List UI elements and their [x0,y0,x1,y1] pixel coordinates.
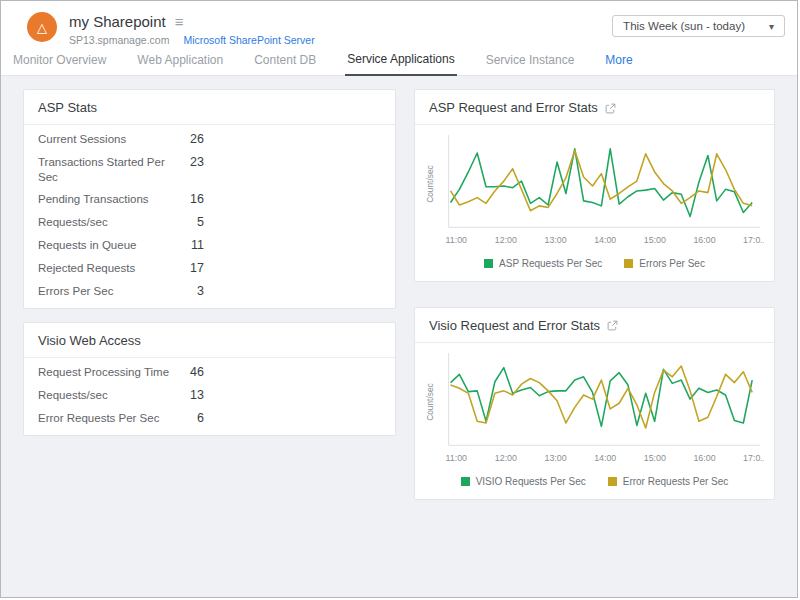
stat-value: 23 [170,155,204,170]
svg-text:17:0..: 17:0.. [743,453,764,463]
svg-text:14:00: 14:00 [594,453,616,463]
svg-text:15:00: 15:00 [644,453,666,463]
stat-row: Rejected Requests 17 [24,257,395,280]
stat-label: Requests in Queue [38,238,170,253]
legend-swatch [608,477,617,486]
tab-content-db[interactable]: Content DB [252,53,318,75]
stat-label: Current Sessions [38,132,170,147]
chart-legend: VISIO Requests Per SecError Requests Per… [415,473,774,499]
right-column: ASP Request and Error Stats Count/sec11:… [414,89,775,598]
legend-item[interactable]: ASP Requests Per Sec [484,258,602,269]
page-title: my Sharepoint [69,13,166,30]
app-window: my Sharepoint SP13.spmanage.com Microsof… [0,0,798,598]
panel-title: ASP Stats [24,90,395,125]
stat-value: 17 [170,261,204,276]
svg-text:13:00: 13:00 [544,235,566,245]
legend-label: Errors Per Sec [639,258,705,269]
legend-swatch [461,477,470,486]
visio-web-access-panel: Visio Web Access Request Processing Time… [23,322,396,436]
monitor-host: SP13.spmanage.com [69,34,169,46]
monitor-warning-icon [27,12,57,42]
chart-title: Visio Request and Error Stats [429,318,600,333]
tab-more[interactable]: More [603,53,634,75]
legend-label: ASP Requests Per Sec [499,258,602,269]
tab-service-applications[interactable]: Service Applications [345,52,456,76]
external-link-icon[interactable] [605,103,616,114]
tab-monitor-overview[interactable]: Monitor Overview [11,53,108,75]
left-column: ASP Stats Current Sessions 26 Transactio… [23,89,396,598]
legend-item[interactable]: VISIO Requests Per Sec [461,476,586,487]
svg-text:11:00: 11:00 [446,453,468,463]
line-chart: Count/sec11:0012:0013:0014:0015:0016:001… [425,131,764,255]
svg-text:Count/sec: Count/sec [425,383,435,421]
svg-text:11:00: 11:00 [446,235,468,245]
stat-row: Current Sessions 26 [24,128,395,151]
svg-text:15:00: 15:00 [644,235,666,245]
stat-value: 26 [170,132,204,147]
tab-service-instance[interactable]: Service Instance [484,53,577,75]
asp-stats-panel: ASP Stats Current Sessions 26 Transactio… [23,89,396,309]
stat-label: Error Requests Per Sec [38,411,170,426]
legend-swatch [484,259,493,268]
svg-text:17:0..: 17:0.. [743,235,764,245]
external-link-icon[interactable] [607,320,618,331]
header: my Sharepoint SP13.spmanage.com Microsof… [1,1,797,49]
stat-value: 5 [170,215,204,230]
stat-row: Requests/sec 13 [24,384,395,407]
server-type-link[interactable]: Microsoft SharePoint Server [183,34,314,46]
content-area: ASP Stats Current Sessions 26 Transactio… [1,76,797,598]
chart-plot-area: Count/sec11:0012:0013:0014:0015:0016:001… [415,125,774,255]
time-range-value: This Week (sun - today) [623,20,745,32]
stat-row: Requests in Queue 11 [24,234,395,257]
legend-swatch [624,259,633,268]
svg-text:12:00: 12:00 [495,235,517,245]
tab-bar: Monitor Overview Web Application Content… [1,49,797,76]
svg-text:13:00: 13:00 [544,453,566,463]
svg-text:16:00: 16:00 [693,235,715,245]
legend-item[interactable]: Error Requests Per Sec [608,476,729,487]
asp-chart-panel: ASP Request and Error Stats Count/sec11:… [414,89,775,282]
stat-value: 13 [170,388,204,403]
legend-label: Error Requests Per Sec [623,476,729,487]
legend-label: VISIO Requests Per Sec [476,476,586,487]
stat-label: Transactions Started Per Sec [38,155,170,184]
line-chart: Count/sec11:0012:0013:0014:0015:0016:001… [425,349,764,473]
chart-plot-area: Count/sec11:0012:0013:0014:0015:0016:001… [415,343,774,473]
svg-text:14:00: 14:00 [594,235,616,245]
stat-value: 46 [170,365,204,380]
svg-text:Count/sec: Count/sec [425,165,435,203]
chart-title: ASP Request and Error Stats [429,100,598,115]
stat-label: Requests/sec [38,215,170,230]
stat-value: 6 [170,411,204,426]
stat-row: Request Processing Time 46 [24,361,395,384]
stat-label: Errors Per Sec [38,284,170,299]
stat-label: Pending Transactions [38,192,170,207]
stat-value: 16 [170,192,204,207]
stat-row: Transactions Started Per Sec 23 [24,151,395,188]
stat-row: Pending Transactions 16 [24,188,395,211]
tab-web-application[interactable]: Web Application [135,53,225,75]
hamburger-menu-icon[interactable] [175,14,184,29]
legend-item[interactable]: Errors Per Sec [624,258,705,269]
chart-legend: ASP Requests Per SecErrors Per Sec [415,255,774,281]
panel-title: Visio Web Access [24,323,395,358]
stat-label: Requests/sec [38,388,170,403]
stat-row: Error Requests Per Sec 6 [24,407,395,430]
svg-text:12:00: 12:00 [495,453,517,463]
stat-row: Errors Per Sec 3 [24,280,395,303]
stat-label: Request Processing Time [38,365,170,380]
stat-label: Rejected Requests [38,261,170,276]
svg-text:16:00: 16:00 [693,453,715,463]
time-range-select[interactable]: This Week (sun - today) [612,15,785,37]
stat-value: 3 [170,284,204,299]
stat-row: Requests/sec 5 [24,211,395,234]
stat-value: 11 [170,238,204,253]
visio-chart-panel: Visio Request and Error Stats Count/sec1… [414,307,775,500]
chevron-down-icon [769,20,774,32]
